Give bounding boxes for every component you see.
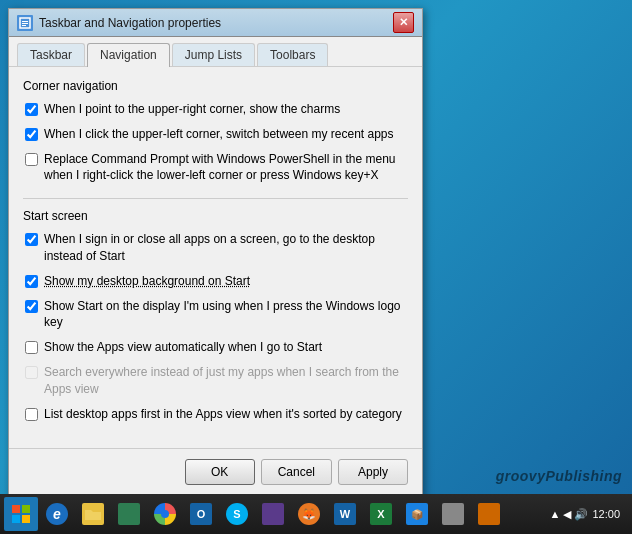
folder-taskbar-icon[interactable] xyxy=(76,497,110,531)
checkbox-row-7: Show the Apps view automatically when I … xyxy=(23,339,408,356)
svg-rect-3 xyxy=(22,25,26,26)
tab-toolbars[interactable]: Toolbars xyxy=(257,43,328,66)
checkbox-desktop-background[interactable] xyxy=(25,275,38,288)
checkbox-label-1[interactable]: When I point to the upper-right corner, … xyxy=(44,101,340,118)
tab-navigation[interactable]: Navigation xyxy=(87,43,170,67)
svg-rect-5 xyxy=(22,505,30,513)
desktop: Taskbar and Navigation properties ✕ Task… xyxy=(0,0,632,534)
taskbar: e O S xyxy=(0,494,632,534)
word-taskbar-icon[interactable]: W xyxy=(328,497,362,531)
taskbar-right: ▲ ◀ 🔊 12:00 xyxy=(549,508,628,521)
tab-bar: Taskbar Navigation Jump Lists Toolbars xyxy=(9,37,422,67)
outlook-taskbar-icon[interactable]: O xyxy=(184,497,218,531)
checkbox-row-8: Search everywhere instead of just my app… xyxy=(23,364,408,398)
checkbox-row-2: When I click the upper-left corner, swit… xyxy=(23,126,408,143)
checkbox-label-9[interactable]: List desktop apps first in the Apps view… xyxy=(44,406,402,423)
checkbox-apps-view-auto[interactable] xyxy=(25,341,38,354)
skype-taskbar-icon[interactable]: S xyxy=(220,497,254,531)
tools-taskbar-icon[interactable] xyxy=(436,497,470,531)
chrome-taskbar-icon[interactable] xyxy=(148,497,182,531)
dialog-window: Taskbar and Navigation properties ✕ Task… xyxy=(8,8,423,498)
checkbox-label-8: Search everywhere instead of just my app… xyxy=(44,364,408,398)
taskbar-clock: 12:00 xyxy=(592,508,620,520)
svg-rect-2 xyxy=(22,23,28,24)
checkbox-search-everywhere[interactable] xyxy=(25,366,38,379)
start-button[interactable] xyxy=(4,497,38,531)
start-screen-section: Start screen When I sign in or close all… xyxy=(23,209,408,422)
dialog-icon xyxy=(17,15,33,31)
corner-nav-title: Corner navigation xyxy=(23,79,408,93)
checkbox-list-desktop-apps[interactable] xyxy=(25,408,38,421)
ok-button[interactable]: OK xyxy=(185,459,255,485)
dialog-content: Corner navigation When I point to the up… xyxy=(9,67,422,448)
checkbox-label-5[interactable]: Show my desktop background on Start xyxy=(44,273,250,290)
dialog-titlebar: Taskbar and Navigation properties ✕ xyxy=(9,9,422,37)
checkbox-charms[interactable] xyxy=(25,103,38,116)
taskbar-icons: e O S xyxy=(40,497,506,531)
checkbox-go-to-desktop[interactable] xyxy=(25,233,38,246)
svg-rect-4 xyxy=(12,505,20,513)
checkbox-label-4[interactable]: When I sign in or close all apps on a sc… xyxy=(44,231,408,265)
checkbox-row-9: List desktop apps first in the Apps view… xyxy=(23,406,408,423)
checkbox-powershell[interactable] xyxy=(25,153,38,166)
checkbox-label-3[interactable]: Replace Command Prompt with Windows Powe… xyxy=(44,151,408,185)
checkbox-show-start-display[interactable] xyxy=(25,300,38,313)
close-button[interactable]: ✕ xyxy=(393,12,414,33)
checkbox-row-3: Replace Command Prompt with Windows Powe… xyxy=(23,151,408,185)
svg-rect-1 xyxy=(22,21,28,22)
svg-rect-6 xyxy=(12,515,20,523)
tab-taskbar[interactable]: Taskbar xyxy=(17,43,85,66)
taskbar-notification-area: ▲ ◀ 🔊 xyxy=(549,508,588,521)
watermark: groovyPublishing xyxy=(496,468,622,484)
cancel-button[interactable]: Cancel xyxy=(261,459,332,485)
checkbox-row-1: When I point to the upper-right corner, … xyxy=(23,101,408,118)
firefox-taskbar-icon[interactable]: 🦊 xyxy=(292,497,326,531)
tab-jump-lists[interactable]: Jump Lists xyxy=(172,43,255,66)
media-taskbar-icon[interactable] xyxy=(256,497,290,531)
dropbox-taskbar-icon[interactable]: 📦 xyxy=(400,497,434,531)
start-screen-title: Start screen xyxy=(23,209,408,223)
corner-navigation-section: Corner navigation When I point to the up… xyxy=(23,79,408,184)
checkbox-row-6: Show Start on the display I'm using when… xyxy=(23,298,408,332)
metro-taskbar-icon[interactable] xyxy=(112,497,146,531)
excel-taskbar-icon[interactable]: X xyxy=(364,497,398,531)
apply-button[interactable]: Apply xyxy=(338,459,408,485)
checkbox-row-5: Show my desktop background on Start xyxy=(23,273,408,290)
checkbox-label-7[interactable]: Show the Apps view automatically when I … xyxy=(44,339,322,356)
button-row: OK Cancel Apply xyxy=(9,448,422,497)
section-divider xyxy=(23,198,408,199)
user-taskbar-icon[interactable] xyxy=(472,497,506,531)
checkbox-row-4: When I sign in or close all apps on a sc… xyxy=(23,231,408,265)
dialog-title: Taskbar and Navigation properties xyxy=(39,16,393,30)
checkbox-label-6[interactable]: Show Start on the display I'm using when… xyxy=(44,298,408,332)
ie-taskbar-icon[interactable]: e xyxy=(40,497,74,531)
svg-rect-7 xyxy=(22,515,30,523)
checkbox-recent-apps[interactable] xyxy=(25,128,38,141)
checkbox-label-2[interactable]: When I click the upper-left corner, swit… xyxy=(44,126,394,143)
